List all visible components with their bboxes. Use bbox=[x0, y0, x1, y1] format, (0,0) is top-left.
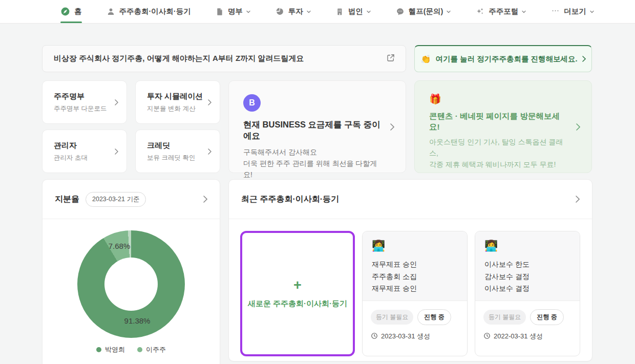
agenda-item: 재무제표 승인 bbox=[372, 259, 458, 271]
agenda-item: 이사보수 한도 bbox=[484, 259, 570, 271]
chevron-down-icon bbox=[306, 9, 311, 14]
nav-label: 법인 bbox=[348, 7, 363, 16]
nav-item-investment[interactable]: 투자 bbox=[276, 0, 311, 23]
external-link-icon bbox=[386, 53, 395, 65]
meeting-card-2023[interactable]: 👩‍💻 재무제표 승인 주주총회 소집 재무제표 승인 등기 불필요 진행 중 bbox=[362, 231, 468, 356]
business-plan-card[interactable]: B 현재 BUSINESS 요금제를 구독 중이에요 구독해주셔서 감사해요 더… bbox=[228, 80, 406, 173]
agm-guide-banner-text: 비상장 주식회사 정기주총, 어떻게 해야하는지 A부터 Z까지 알려드릴게요 bbox=[54, 54, 386, 63]
chevron-down-icon bbox=[246, 9, 251, 14]
recent-meetings-card: 최근 주주총회·이사회·등기 + 새로운 주주총회·이사회·등기 👩‍💻 재무제… bbox=[228, 179, 592, 361]
chevron-right-icon bbox=[390, 123, 394, 131]
created-date: 2022-03-31 생성 bbox=[494, 332, 543, 341]
new-meeting-button[interactable]: + 새로운 주주총회·이사회·등기 bbox=[240, 231, 355, 356]
registration-badge: 등기 불필요 bbox=[371, 310, 413, 325]
benefit-page-card[interactable]: 🎁 콘텐츠 · 베네핏 페이지를 방문해보세요! 아웃스탠딩 인기 기사, 탈잉… bbox=[414, 80, 592, 173]
technologist-icon: 👩‍💻 bbox=[484, 240, 570, 252]
nav-item-corporation[interactable]: 법인 bbox=[336, 0, 371, 23]
nav-item-registry[interactable]: 명부 bbox=[216, 0, 251, 23]
nav-label: 헬프(문의) bbox=[409, 7, 443, 16]
agenda-item: 재무제표 승인 bbox=[372, 283, 458, 295]
clock-icon bbox=[483, 332, 491, 341]
plan-line2: 더욱 편한 주주 관리를 위해 최선을 다할게요! bbox=[243, 158, 382, 180]
chevron-down-icon bbox=[521, 9, 526, 14]
agenda-list: 이사보수 한도 감사보수 결정 이사보수 결정 bbox=[484, 259, 570, 295]
chevron-down-icon bbox=[446, 9, 451, 14]
gift-icon: 🎁 bbox=[429, 93, 568, 105]
home-compass-icon bbox=[60, 7, 70, 16]
shortcut-admin[interactable]: 관리자 관리자 초대 bbox=[42, 130, 127, 173]
recent-header[interactable]: 최근 주주총회·이사회·등기 bbox=[229, 180, 592, 219]
ownership-date-badge: 2023-03-21 기준 bbox=[86, 192, 146, 207]
recent-title: 최근 주주총회·이사회·등기 bbox=[241, 194, 339, 205]
benefit-line1: 아웃스탠딩 인기 기사, 탈잉 스톡옵션 클래스, bbox=[429, 136, 568, 159]
nav-label: 투자 bbox=[288, 7, 303, 16]
agenda-item: 주주총회 소집 bbox=[372, 271, 458, 283]
agenda-item: 이사보수 결정 bbox=[484, 283, 570, 295]
nav-label: 명부 bbox=[228, 7, 243, 16]
nav-item-help[interactable]: 헬프(문의) bbox=[396, 0, 452, 23]
plan-title: 현재 BUSINESS 요금제를 구독 중이에요 bbox=[243, 119, 382, 142]
pie-icon bbox=[276, 7, 284, 16]
chevron-down-icon bbox=[589, 9, 595, 14]
legend-item: 박영희 bbox=[96, 345, 125, 354]
status-badge: 진행 중 bbox=[417, 309, 451, 325]
ownership-chart: 7.68% 91.38% 박영희 이주주 bbox=[43, 219, 220, 354]
nav-item-meetings[interactable]: 주주총회·이사회·등기 bbox=[107, 0, 191, 23]
nav-label: 주주포털 bbox=[489, 7, 518, 16]
ownership-header[interactable]: 지분율 2023-03-21 기준 bbox=[43, 180, 220, 219]
clock-icon bbox=[371, 332, 378, 341]
agenda-item: 감사보수 결정 bbox=[484, 271, 570, 283]
legend-item: 이주주 bbox=[137, 345, 166, 354]
start-agm-banner-text: 여기를 눌러 정기주주총회를 진행해보세요. bbox=[435, 54, 577, 64]
person-icon bbox=[107, 7, 115, 16]
sparkles-icon bbox=[476, 7, 484, 16]
donut-label-minor: 7.68% bbox=[103, 242, 136, 250]
start-agm-banner[interactable]: 👏 여기를 눌러 정기주주총회를 진행해보세요. bbox=[414, 45, 592, 72]
ownership-title: 지분율 bbox=[55, 194, 79, 205]
shortcut-title: 투자 시뮬레이션 bbox=[147, 92, 208, 101]
ownership-donut: 7.68% 91.38% bbox=[77, 230, 185, 338]
shortcut-title: 크레딧 bbox=[147, 141, 208, 151]
main-content: 비상장 주식회사 정기주총, 어떻게 해야하는지 A부터 Z까지 알려드릴게요 … bbox=[0, 24, 635, 364]
shortcut-title: 주주명부 bbox=[54, 92, 115, 101]
shortcut-subtitle: 보유 크레딧 확인 bbox=[147, 154, 208, 162]
nav-item-more[interactable]: 더보기 bbox=[551, 0, 595, 23]
shortcut-shareholder-list[interactable]: 주주명부 주주명부 다운로드 bbox=[42, 80, 127, 124]
agenda-list: 재무제표 승인 주주총회 소집 재무제표 승인 bbox=[372, 259, 458, 295]
legend-label: 이주주 bbox=[146, 345, 166, 354]
technologist-icon: 👩‍💻 bbox=[372, 240, 458, 252]
legend-dot bbox=[96, 347, 101, 352]
chevron-right-icon bbox=[582, 56, 586, 62]
chevron-right-icon bbox=[208, 99, 211, 105]
nav-item-shareholder-portal[interactable]: 주주포털 bbox=[476, 0, 526, 23]
agm-guide-banner[interactable]: 비상장 주식회사 정기주총, 어떻게 해야하는지 A부터 Z까지 알려드릴게요 bbox=[42, 45, 406, 72]
shortcut-credit[interactable]: 크레딧 보유 크레딧 확인 bbox=[135, 130, 220, 173]
shortcut-subtitle: 지분율 변화 계산 bbox=[147, 104, 208, 113]
shortcut-grid: 주주명부 주주명부 다운로드 투자 시뮬레이션 지분율 변화 계산 관리자 bbox=[42, 80, 220, 173]
shortcut-subtitle: 관리자 초대 bbox=[54, 154, 115, 162]
plan-badge-icon: B bbox=[243, 94, 261, 112]
top-navigation: 홈 주주총회·이사회·등기 명부 투자 법인 bbox=[0, 0, 635, 24]
shortcut-investment-simulation[interactable]: 투자 시뮬레이션 지분율 변화 계산 bbox=[135, 80, 220, 124]
shortcut-subtitle: 주주명부 다운로드 bbox=[54, 104, 115, 113]
building-icon bbox=[336, 8, 344, 16]
ownership-legend: 박영희 이주주 bbox=[43, 345, 220, 354]
clapping-hands-icon: 👏 bbox=[420, 54, 431, 64]
benefit-line2: 각종 제휴 혜택과 웨비나까지 모두 무료! bbox=[429, 159, 568, 170]
new-meeting-label: 새로운 주주총회·이사회·등기 bbox=[248, 299, 347, 309]
plus-icon: + bbox=[293, 279, 302, 292]
chevron-right-icon bbox=[576, 123, 580, 131]
chevron-right-icon bbox=[203, 196, 207, 203]
chevron-down-icon bbox=[366, 9, 371, 14]
registration-badge: 등기 불필요 bbox=[483, 310, 526, 325]
legend-dot bbox=[137, 347, 142, 352]
meeting-card-2022[interactable]: 👩‍💻 이사보수 한도 감사보수 결정 이사보수 결정 등기 불필요 진행 중 bbox=[475, 231, 580, 356]
chevron-right-icon bbox=[115, 99, 118, 105]
nav-item-home[interactable]: 홈 bbox=[60, 0, 82, 23]
donut-label-major: 91.38% bbox=[117, 316, 158, 325]
chevron-right-icon bbox=[208, 148, 211, 155]
benefit-title: 콘텐츠 · 베네핏 페이지를 방문해보세요! bbox=[429, 111, 568, 133]
document-icon bbox=[216, 8, 224, 16]
chevron-right-icon bbox=[576, 196, 580, 203]
nav-label: 주주총회·이사회·등기 bbox=[119, 7, 191, 16]
